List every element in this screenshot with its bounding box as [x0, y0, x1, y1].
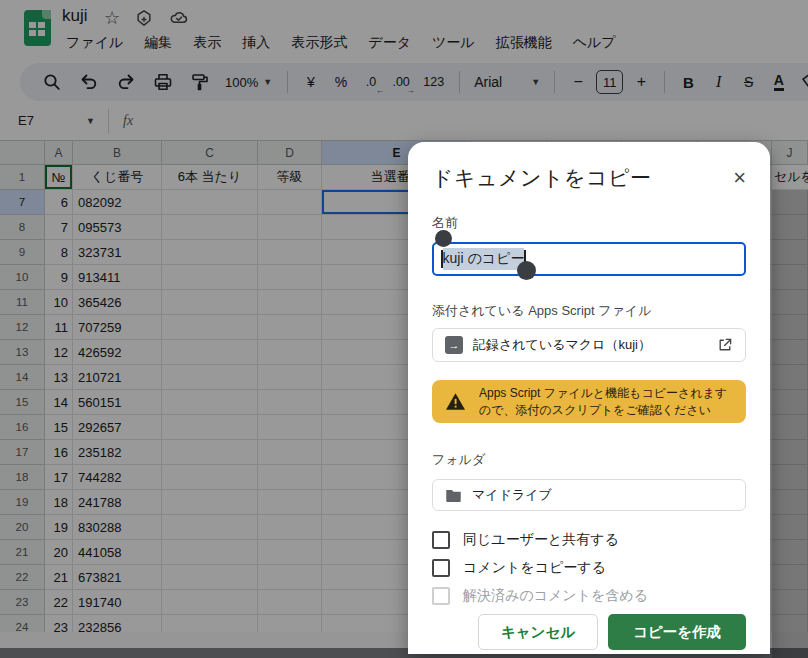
cancel-button[interactable]: キャンセル — [478, 614, 598, 650]
folder-label: フォルダ — [432, 451, 746, 469]
options-group: 同じユーザーと共有する コメントをコピーする 解決済みのコメントを含める — [432, 529, 746, 607]
google-sheets-app: kuji ☆ ファイル編集表示挿入表示形式データツール拡張機能ヘルプ — [0, 0, 808, 658]
warning-text: Apps Script ファイルと機能もコピーされます ので、添付のスクリプトを… — [479, 385, 727, 418]
name-label: 名前 — [432, 214, 746, 232]
apps-script-file-item[interactable]: → 記録されているマクロ（kuji） — [432, 328, 746, 362]
warning-banner: Apps Script ファイルと機能もコピーされます ので、添付のスクリプトを… — [432, 380, 746, 423]
checkbox-icon — [432, 587, 450, 605]
dialog-title: ドキュメントをコピー — [432, 164, 651, 192]
folder-picker[interactable]: マイドライブ — [432, 479, 746, 511]
selected-text: kuji のコピー — [443, 248, 525, 270]
open-in-new-icon[interactable] — [717, 337, 733, 353]
selection-handle-end[interactable] — [517, 261, 536, 280]
apps-script-label: 添付されている Apps Script ファイル — [432, 302, 746, 320]
option-share-same-users[interactable]: 同じユーザーと共有する — [432, 529, 746, 551]
name-input[interactable]: kuji のコピー — [432, 242, 746, 276]
selection-handle-start[interactable] — [435, 230, 452, 247]
close-icon[interactable]: × — [733, 167, 746, 189]
macro-name: 記録されているマクロ（kuji） — [473, 336, 717, 354]
create-copy-button[interactable]: コピーを作成 — [608, 614, 746, 650]
folder-icon — [445, 488, 462, 503]
option-copy-comments[interactable]: コメントをコピーする — [432, 557, 746, 579]
option-include-resolved-comments: 解決済みのコメントを含める — [432, 585, 746, 607]
macro-icon: → — [445, 336, 463, 354]
folder-name: マイドライブ — [472, 486, 552, 504]
copy-document-dialog: ドキュメントをコピー × 名前 kuji のコピー 添付されている Apps S… — [408, 142, 770, 654]
checkbox-icon — [432, 531, 450, 549]
checkbox-icon — [432, 559, 450, 577]
warning-icon — [445, 392, 466, 411]
